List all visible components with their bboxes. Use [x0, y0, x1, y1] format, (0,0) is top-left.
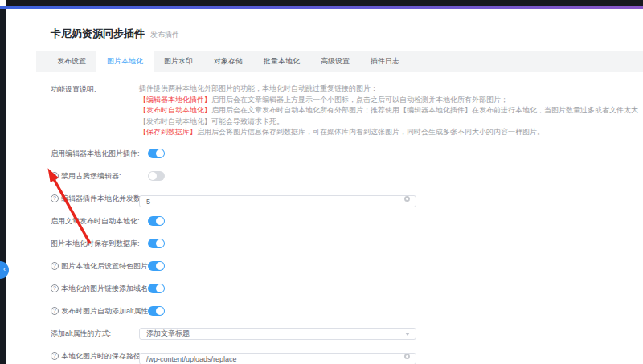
description-line: 【保存到数据库】启用后会将图片信息保存到数据库，可在媒体库内看到这张图片，同时会…	[139, 127, 638, 138]
help-icon[interactable]: ?	[51, 307, 59, 315]
gear-icon[interactable]	[404, 196, 410, 202]
add-domain-toggle[interactable]	[148, 284, 165, 293]
alt-method-select[interactable]: 添加文章标题	[139, 328, 416, 340]
concurrency-input[interactable]	[139, 195, 416, 207]
tab-object-storage[interactable]: 对象存储	[203, 51, 253, 72]
help-icon[interactable]: ?	[51, 194, 59, 202]
auto-localize-on-publish-toggle[interactable]	[148, 216, 165, 226]
save-path-input[interactable]	[139, 353, 416, 364]
row-auto-localize-on-publish: 启用文章发布时自动本地化:	[51, 215, 643, 227]
toggle-knob	[156, 217, 164, 225]
gear-icon[interactable]	[404, 354, 410, 359]
field-label: 图片本地化时保存到数据库:	[51, 239, 139, 249]
tab-image-watermark[interactable]: 图片水印	[154, 51, 203, 72]
alt-method-field-wrap: 添加文章标题	[139, 328, 416, 340]
tab-publish-settings[interactable]: 发布设置	[47, 51, 96, 72]
row-enable-editor-plugin: 启用编辑器本地化图片插件:	[51, 148, 643, 160]
toggle-knob	[156, 284, 164, 292]
chevron-down-icon	[405, 333, 410, 336]
tab-content: 功能设置说明: 插件提供两种本地化外部图片的功能，本地化时自动跳过重复链接的图片…	[36, 72, 643, 362]
description-line: 【编辑器本地化插件】启用后会在文章编辑器上方显示一个小图标，点击之后可以自动检测…	[139, 95, 638, 106]
field-label: 发布时图片自动添加alt属性:	[61, 306, 150, 317]
field-label: 编辑器插件本地化并发数:	[61, 194, 143, 204]
row-set-featured-image: ? 图片本地化后设置特色图片:	[51, 260, 643, 272]
feature-description-label: 功能设置说明:	[51, 84, 139, 138]
set-featured-image-toggle[interactable]	[148, 261, 165, 271]
tab-image-localization[interactable]: 图片本地化	[96, 51, 154, 72]
tab-advanced-settings[interactable]: 高级设置	[310, 51, 360, 72]
row-save-path: ? 本地化图片时的保存路径:	[51, 350, 643, 362]
page-header: 卡尼奶资源同步插件发布插件	[6, 9, 643, 51]
tab-bar: 发布设置 图片本地化 图片水印 对象存储 批量本地化 高级设置 插件日志	[36, 51, 643, 72]
toggle-knob	[156, 149, 164, 157]
concurrency-field-wrap	[139, 193, 416, 205]
feature-description-text: 插件提供两种本地化外部图片的功能，本地化时自动跳过重复链接的图片： 【编辑器本地…	[139, 84, 638, 138]
collapse-chevron-icon: ‹	[3, 265, 6, 273]
tab-plugin-log[interactable]: 插件日志	[360, 51, 410, 72]
description-line: 【发布时自动本地化】可能会导致请求卡死。	[139, 117, 638, 128]
row-add-domain: ? 本地化的图片链接添加域名:	[51, 283, 643, 295]
collapsed-sidebar	[0, 9, 6, 364]
toggle-knob	[156, 239, 164, 247]
settings-page: 卡尼奶资源同步插件发布插件 发布设置 图片本地化 图片水印 对象存储 批量本地化…	[6, 9, 643, 362]
save-path-field-wrap	[139, 350, 416, 362]
field-label: 启用编辑器本地化图片插件:	[51, 149, 139, 159]
feature-description-row: 功能设置说明: 插件提供两种本地化外部图片的功能，本地化时自动跳过重复链接的图片…	[51, 84, 643, 138]
row-concurrency: ? 编辑器插件本地化并发数:	[51, 193, 643, 205]
field-label: 添加alt属性的方式:	[51, 329, 139, 339]
publish-plugin-link[interactable]: 发布插件	[150, 31, 179, 39]
toggle-knob	[149, 172, 157, 180]
row-disable-gutenberg: ? 禁用古腾堡编辑器:	[51, 170, 643, 182]
help-icon[interactable]: ?	[51, 262, 59, 270]
help-icon[interactable]: ?	[51, 172, 59, 180]
toggle-knob	[156, 262, 164, 270]
field-label: 本地化图片时的保存路径:	[61, 351, 143, 362]
top-bar-notch	[0, 0, 6, 6]
selected-option: 添加文章标题	[146, 329, 190, 339]
field-label: 启用文章发布时自动本地化:	[51, 216, 139, 227]
help-icon[interactable]: ?	[51, 284, 59, 292]
enable-editor-plugin-toggle[interactable]	[148, 149, 165, 158]
row-alt-method: 添加alt属性的方式: 添加文章标题	[51, 328, 643, 340]
browser-top-bar	[0, 0, 643, 6]
help-icon[interactable]: ?	[51, 352, 59, 360]
field-label: 图片本地化后设置特色图片:	[61, 261, 150, 272]
description-line: 【发布时自动本地化】启用后会在文章发布时自动本地化所有外部图片；推荐使用【编辑器…	[139, 105, 638, 117]
toggle-knob	[156, 307, 164, 315]
row-auto-alt: ? 发布时图片自动添加alt属性:	[51, 305, 643, 317]
auto-alt-toggle[interactable]	[148, 306, 165, 316]
description-line: 插件提供两种本地化外部图片的功能，本地化时自动跳过重复链接的图片：	[139, 84, 638, 95]
field-label: 禁用古腾堡编辑器:	[61, 171, 121, 182]
disable-gutenberg-toggle[interactable]	[148, 171, 165, 181]
tab-batch-localization[interactable]: 批量本地化	[253, 51, 310, 72]
save-to-database-toggle[interactable]	[148, 239, 165, 248]
field-label: 本地化的图片链接添加域名:	[61, 284, 150, 294]
page-title: 卡尼奶资源同步插件	[51, 27, 145, 39]
row-save-to-database: 图片本地化时保存到数据库:	[51, 238, 643, 250]
settings-card: 发布设置 图片本地化 图片水印 对象存储 批量本地化 高级设置 插件日志 功能设…	[36, 51, 643, 362]
